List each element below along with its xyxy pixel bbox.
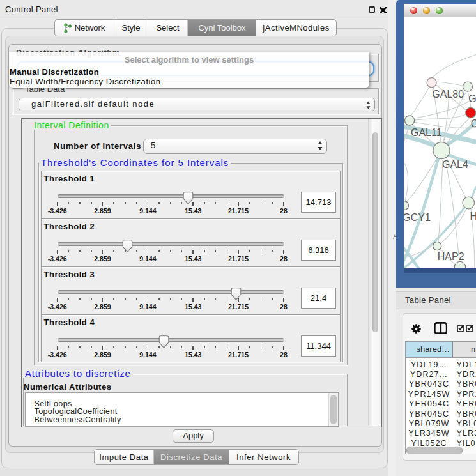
svg-text:C: C	[471, 118, 476, 129]
svg-text:HAP2: HAP2	[438, 251, 464, 262]
svg-text:GAL80: GAL80	[432, 89, 464, 100]
svg-text:GAL11: GAL11	[411, 127, 442, 138]
svg-text:GCY1: GCY1	[404, 212, 431, 223]
svg-text:GAL4: GAL4	[442, 159, 468, 170]
svg-text:H: H	[470, 211, 476, 222]
svg-text:G.: G.	[468, 93, 476, 104]
